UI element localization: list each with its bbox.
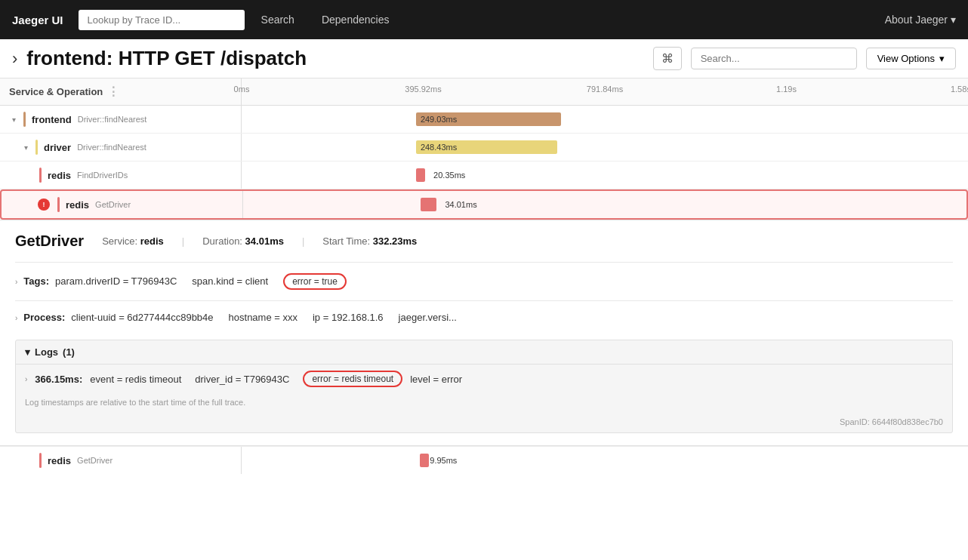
expand-icon[interactable]: › bbox=[12, 49, 17, 69]
log-kv-4: level = error bbox=[410, 374, 462, 385]
process-item-2: hostname = xxx bbox=[229, 312, 297, 323]
service-name: redis bbox=[66, 199, 89, 211]
process-item-3: ip = 192.168.1.6 bbox=[313, 312, 384, 323]
navbar: Jaeger UI Search Dependencies About Jaeg… bbox=[0, 0, 968, 39]
row-label-driver: ▾ driver Driver::findNearest bbox=[0, 134, 242, 161]
process-label: Process: bbox=[23, 312, 65, 323]
span-duration: 249.03ms bbox=[421, 115, 457, 124]
expand-icon[interactable]: › bbox=[15, 314, 17, 322]
collapse-icon[interactable]: ▾ bbox=[24, 143, 28, 152]
tag-error-item: error = true bbox=[283, 273, 347, 290]
chevron-down-icon: ▾ bbox=[951, 14, 956, 26]
log-error-item: error = redis timeout bbox=[303, 371, 402, 387]
span-bar[interactable] bbox=[416, 168, 426, 182]
tick-2: 791.84ms bbox=[587, 85, 623, 94]
process-item-1: client-uuid = 6d277444cc89bb4e bbox=[71, 312, 213, 323]
tags-label: Tags: bbox=[23, 275, 49, 287]
service-name: frontend bbox=[32, 114, 72, 125]
service-name: redis bbox=[48, 455, 71, 466]
span-duration: 34.01ms bbox=[445, 200, 476, 209]
logs-count: (1) bbox=[63, 346, 75, 358]
chevron-down-icon: ▾ bbox=[939, 53, 945, 64]
tag-item-2: span.kind = client bbox=[192, 275, 268, 287]
expand-icon[interactable]: › bbox=[25, 375, 27, 383]
log-kv-1: event = redis timeout bbox=[90, 374, 181, 385]
span-bar[interactable]: 249.03ms bbox=[416, 112, 561, 126]
nav-logo: Jaeger UI bbox=[12, 14, 63, 26]
span-timeline: 20.35ms bbox=[242, 162, 968, 189]
timeline-header: Service & Operation ⋮ 0ms 395.92ms 791.8… bbox=[0, 78, 968, 106]
span-bar[interactable] bbox=[421, 198, 436, 211]
expand-icon[interactable]: › bbox=[15, 278, 17, 286]
span-bar[interactable]: 248.43ms bbox=[416, 140, 558, 154]
nav-search-link[interactable]: Search bbox=[251, 9, 305, 30]
collapse-icon: ▾ bbox=[25, 346, 30, 358]
log-kv-2: driver_id = T796943C bbox=[195, 374, 289, 385]
trace-rows: ▾ frontend Driver::findNearest 249.03ms … bbox=[0, 106, 968, 220]
span-duration: 20.35ms bbox=[433, 171, 465, 180]
cmd-button[interactable]: ⌘ bbox=[653, 47, 682, 70]
detail-panel: GetDriver Service: redis | Duration: 34.… bbox=[0, 220, 968, 446]
table-row: redis GetDriver 9.95ms bbox=[0, 446, 968, 474]
spanid-value: 6644f80d838ec7b0 bbox=[872, 417, 943, 426]
tags-section: › Tags: param.driverID = T796943C span.k… bbox=[15, 262, 953, 300]
collapse-icon[interactable]: ▾ bbox=[12, 115, 16, 124]
service-color-bar bbox=[57, 197, 60, 212]
row-label-redis-get: ! redis GetDriver bbox=[2, 191, 243, 218]
table-row: ▾ frontend Driver::findNearest 249.03ms bbox=[0, 106, 968, 134]
process-item-4: jaeger.versi... bbox=[399, 312, 457, 323]
span-id-row: SpanID: 6644f80d838ec7b0 bbox=[16, 411, 952, 432]
operation-name: GetDriver bbox=[95, 200, 131, 209]
tags-row: › Tags: param.driverID = T796943C span.k… bbox=[15, 270, 953, 293]
log-time: 366.15ms: bbox=[35, 374, 82, 385]
table-row: ▾ driver Driver::findNearest 248.43ms bbox=[0, 134, 968, 162]
error-icon: ! bbox=[38, 198, 50, 211]
page-title: frontend: HTTP GET /dispatch bbox=[26, 47, 643, 70]
operation-name: Driver::findNearest bbox=[77, 143, 146, 152]
detail-duration: Duration: 34.01ms bbox=[202, 235, 284, 247]
span-duration: 248.43ms bbox=[421, 143, 457, 152]
resize-handle[interactable]: ⋮ bbox=[107, 85, 119, 99]
row-label-redis-bottom: redis GetDriver bbox=[0, 447, 242, 474]
operation-name: GetDriver bbox=[77, 456, 113, 465]
detail-title: GetDriver bbox=[15, 232, 84, 250]
span-timeline: 34.01ms bbox=[243, 191, 966, 218]
process-row: › Process: client-uuid = 6d277444cc89bb4… bbox=[15, 309, 953, 326]
detail-start-time: Start Time: 332.23ms bbox=[322, 235, 417, 247]
row-label-redis-find: redis FindDriverIDs bbox=[0, 162, 242, 189]
tick-1: 395.92ms bbox=[405, 85, 441, 94]
tick-3: 1.19s bbox=[776, 85, 797, 94]
detail-title-row: GetDriver Service: redis | Duration: 34.… bbox=[15, 232, 953, 250]
page-header: › frontend: HTTP GET /dispatch ⌘ View Op… bbox=[0, 39, 968, 78]
operation-name: FindDriverIDs bbox=[77, 171, 128, 180]
logs-section: ▾ Logs (1) › 366.15ms: event = redis tim… bbox=[15, 340, 953, 433]
logs-label: Logs bbox=[35, 346, 58, 358]
service-operation-col-header: Service & Operation ⋮ bbox=[0, 78, 242, 105]
detail-service: Service: redis bbox=[102, 235, 164, 247]
span-timeline: 9.95ms bbox=[242, 447, 968, 474]
view-options-button[interactable]: View Options ▾ bbox=[866, 48, 956, 69]
spanid-label: SpanID: bbox=[840, 417, 870, 426]
logs-header[interactable]: ▾ Logs (1) bbox=[16, 340, 952, 364]
service-color-bar bbox=[39, 453, 42, 468]
tick-4: 1.58s bbox=[951, 85, 968, 94]
span-bar[interactable] bbox=[420, 454, 429, 467]
nav-dependencies-link[interactable]: Dependencies bbox=[311, 9, 400, 30]
log-entry: › 366.15ms: event = redis timeout driver… bbox=[16, 364, 952, 393]
service-name: driver bbox=[44, 142, 71, 153]
header-search-input[interactable] bbox=[691, 48, 857, 69]
service-name: redis bbox=[48, 170, 71, 181]
service-color-bar bbox=[23, 112, 26, 127]
service-color-bar bbox=[39, 168, 42, 183]
nav-about[interactable]: About Jaeger ▾ bbox=[885, 14, 956, 26]
span-timeline: 248.43ms bbox=[242, 134, 968, 161]
operation-name: Driver::findNearest bbox=[78, 115, 147, 124]
log-note: Log timestamps are relative to the start… bbox=[16, 393, 952, 411]
tag-item-1: param.driverID = T796943C bbox=[55, 275, 177, 287]
table-row: redis FindDriverIDs 20.35ms bbox=[0, 162, 968, 189]
table-row: ! redis GetDriver 34.01ms bbox=[0, 189, 968, 220]
row-label-frontend: ▾ frontend Driver::findNearest bbox=[0, 106, 242, 133]
trace-id-input[interactable] bbox=[79, 10, 245, 30]
span-duration: 9.95ms bbox=[430, 456, 457, 465]
tick-0: 0ms bbox=[234, 85, 250, 94]
